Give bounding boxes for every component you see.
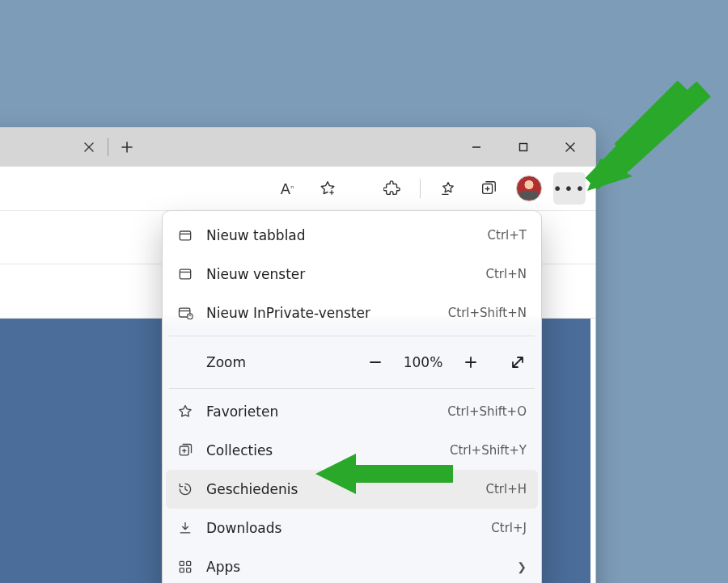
menu-item-label: Nieuw InPrivate-venster	[201, 305, 448, 321]
separator	[108, 138, 108, 156]
zoom-value: 100%	[402, 354, 444, 370]
profile-avatar[interactable]	[513, 172, 545, 205]
titlebar	[0, 128, 595, 167]
settings-more-button[interactable]: •••	[553, 172, 586, 205]
close-window-button[interactable]	[547, 128, 594, 167]
menu-item-apps[interactable]: Apps ❯	[166, 547, 538, 583]
apps-icon	[177, 559, 201, 575]
window-icon	[177, 266, 201, 282]
annotation-arrow-top	[582, 81, 712, 194]
svg-rect-4	[180, 269, 190, 279]
window-controls	[453, 128, 594, 167]
menu-item-shortcut: Ctrl+J	[491, 521, 527, 535]
menu-item-label: Favorieten	[201, 403, 447, 420]
avatar-icon	[516, 175, 542, 201]
menu-item-label: Nieuw tabblad	[201, 227, 488, 243]
inprivate-icon	[177, 305, 201, 321]
download-icon	[177, 520, 201, 536]
maximize-button[interactable]	[500, 128, 547, 167]
collections-icon	[177, 442, 201, 458]
star-icon	[177, 403, 201, 420]
svg-marker-19	[594, 150, 631, 184]
menu-divider	[169, 388, 535, 389]
collections-toolbar-button[interactable]	[472, 172, 505, 205]
zoom-label: Zoom	[177, 354, 366, 370]
svg-marker-17	[597, 152, 629, 188]
zoom-out-button[interactable]	[366, 353, 384, 371]
menu-item-label: Downloads	[201, 520, 491, 536]
screenshot-stage: Aⁿ •••	[0, 0, 728, 583]
menu-item-shortcut: Ctrl+Shift+N	[448, 306, 527, 320]
menu-item-inprivate[interactable]: Nieuw InPrivate-venster Ctrl+Shift+N	[166, 294, 538, 332]
svg-point-6	[188, 314, 193, 319]
svg-rect-11	[187, 568, 191, 572]
menu-item-label: Apps	[201, 559, 510, 575]
toolbar-separator	[420, 179, 421, 198]
menu-item-shortcut: Ctrl+N	[486, 267, 527, 281]
zoom-in-button[interactable]	[462, 353, 480, 371]
menu-item-downloads[interactable]: Downloads Ctrl+J	[166, 509, 538, 547]
svg-rect-13	[615, 81, 692, 158]
tab-controls	[82, 128, 134, 167]
favorites-bar-button[interactable]	[432, 172, 464, 205]
fullscreen-button[interactable]	[509, 353, 527, 371]
extensions-button[interactable]	[376, 172, 408, 205]
svg-rect-3	[180, 231, 190, 240]
menu-item-shortcut: Ctrl+T	[488, 228, 527, 243]
add-favorite-button[interactable]	[311, 172, 344, 205]
svg-rect-10	[180, 568, 184, 572]
read-aloud-label: A	[281, 180, 290, 197]
menu-item-new-window[interactable]: Nieuw venster Ctrl+N	[166, 255, 538, 294]
svg-rect-8	[180, 561, 184, 565]
menu-item-shortcut: Ctrl+Shift+Y	[450, 443, 527, 458]
new-tab-icon	[177, 227, 201, 243]
read-aloud-button[interactable]: Aⁿ	[271, 172, 303, 205]
menu-item-shortcut: Ctrl+H	[485, 482, 527, 496]
svg-rect-0	[520, 144, 527, 151]
menu-item-new-tab[interactable]: Nieuw tabblad Ctrl+T	[166, 216, 538, 255]
menu-item-favorites[interactable]: Favorieten Ctrl+Shift+O	[166, 392, 538, 431]
settings-menu: Nieuw tabblad Ctrl+T Nieuw venster Ctrl+…	[162, 210, 542, 583]
close-tab-button[interactable]	[82, 140, 96, 154]
menu-item-label: Geschiedenis	[201, 481, 485, 497]
chevron-right-icon: ❯	[517, 560, 527, 573]
toolbar: Aⁿ •••	[0, 167, 595, 211]
menu-item-label: Collecties	[201, 442, 450, 458]
menu-item-history[interactable]: Geschiedenis Ctrl+H	[166, 470, 538, 509]
new-tab-button[interactable]	[120, 140, 134, 154]
minimize-button[interactable]	[453, 128, 500, 167]
menu-item-shortcut: Ctrl+Shift+O	[447, 404, 527, 419]
svg-rect-9	[187, 561, 191, 565]
menu-item-zoom: Zoom 100%	[166, 340, 538, 385]
history-icon	[177, 481, 201, 497]
menu-divider	[169, 336, 535, 336]
menu-item-label: Nieuw venster	[201, 266, 486, 282]
menu-item-collections[interactable]: Collecties Ctrl+Shift+Y	[166, 431, 538, 470]
